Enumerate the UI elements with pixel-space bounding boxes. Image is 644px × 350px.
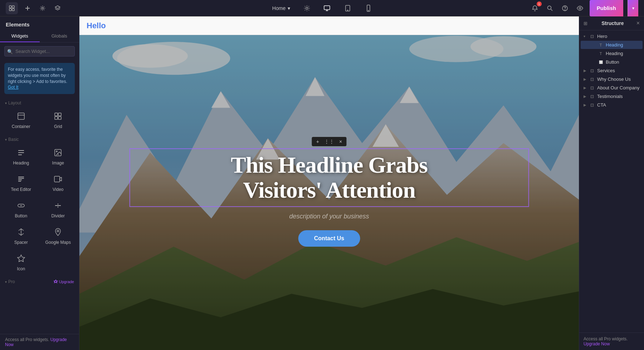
hint-text: For easy access, favorite the widgets yo… [8,67,67,84]
tree-label-cta: CTA [597,102,606,108]
left-panel: Elements Widgets Globals 🔍 For easy acce… [0,16,79,350]
right-panel-footer: Access all Pro widgets. Upgrade Now [579,332,644,350]
hero-caret: ▾ [584,34,587,38]
widget-google-maps-label: Google Maps [45,240,71,245]
topbar-right: 1 Publish ▾ [530,0,638,16]
about-caret: ▶ [584,86,587,90]
hint-link[interactable]: Got It [8,85,18,90]
panel-title: Elements [0,16,79,30]
canvas-content[interactable]: ‹ [79,35,579,350]
right-panel-header: ⊞ Structure × [579,16,644,30]
search-input[interactable] [4,46,75,56]
tree-item-heading2[interactable]: T Heading [581,49,643,58]
help-button[interactable] [560,3,570,14]
upgrade-button[interactable]: Upgrade [54,280,74,284]
settings-page-button[interactable] [302,3,312,14]
svg-rect-20 [55,113,58,116]
tree-item-services[interactable]: ▶ ⊡ Services [581,66,643,75]
toolbar-close-button[interactable]: × [337,138,344,145]
widget-heading-label: Heading [13,161,29,166]
basic-section-label: ▾ Basic [0,133,79,144]
svg-point-17 [579,7,581,9]
tree-label-button: Button [606,59,619,65]
testimonials-caret: ▶ [584,94,587,98]
tree-item-why-choose-us[interactable]: ▶ ⊡ Why Choose Us [581,75,643,83]
logo-button[interactable] [6,2,18,14]
why-caret: ▶ [584,77,587,81]
pro-label: Pro [8,279,15,284]
svg-line-14 [551,9,552,11]
svg-point-13 [547,6,551,9]
widget-button-label: Button [15,213,27,218]
layers-button[interactable] [52,3,63,14]
desktop-device-button[interactable] [321,2,333,14]
search-icon: 🔍 [7,49,13,54]
hero-content: + ⋮⋮ × This Headline Grabs Visitors' Att… [130,148,529,247]
widget-container[interactable]: Container [3,108,39,133]
hint-box: For easy access, favorite the widgets yo… [4,63,75,94]
toolbar-add-button[interactable]: + [314,138,321,145]
tree-item-cta[interactable]: ▶ ⊡ CTA [581,101,643,109]
topbar: Home ▾ 1 Publish [0,0,644,16]
testimonials-section-icon: ⊡ [589,94,595,99]
tree-item-about[interactable]: ▶ ⊡ About Our Company [581,84,643,92]
widget-divider[interactable]: Divider [40,197,77,223]
svg-point-16 [565,10,565,10]
svg-rect-23 [58,117,61,119]
search-button[interactable] [545,3,555,14]
widget-text-editor[interactable]: Text Editor [3,171,39,196]
svg-rect-22 [55,117,58,119]
tree-item-testimonials[interactable]: ▶ ⊡ Testimonials [581,92,643,100]
structure-panel-icon: ⊞ [584,21,587,26]
tablet-device-button[interactable] [342,2,354,14]
widget-spacer[interactable]: Spacer [3,223,39,249]
container-icon [17,112,25,123]
publish-dropdown-button[interactable]: ▾ [628,0,638,16]
settings-button[interactable] [37,3,48,14]
svg-rect-3 [12,9,14,11]
svg-point-12 [368,10,369,10]
publish-button[interactable]: Publish [590,0,623,16]
about-section-icon: ⊡ [589,85,595,90]
tree-label-testimonials: Testimonials [597,94,623,99]
toolbar-move-button[interactable]: ⋮⋮ [322,138,336,145]
widget-spacer-label: Spacer [14,240,28,245]
widget-image[interactable]: Image [40,144,77,170]
hero-cta-button[interactable]: Contact Us [298,230,360,247]
structure-tree: ▾ ⊡ Hero T Heading T Heading ⬜ Button [579,30,644,332]
widget-video[interactable]: Video [40,171,77,196]
notification-area: 1 [530,3,540,14]
right-panel-close-button[interactable]: × [636,20,640,26]
add-widget-button[interactable] [22,3,33,14]
widget-button[interactable]: Button [3,197,39,223]
canvas-area: Hello ‹ [79,16,579,350]
widget-google-maps[interactable]: Google Maps [40,223,77,249]
tree-label-heading2: Heading [606,51,623,56]
caret-icon: ▾ [5,101,7,105]
hero-subtext: description of your business [130,213,529,220]
widget-heading[interactable]: Heading [3,144,39,170]
hero-headline: This Headline Grabs Visitors' Attention [134,152,525,203]
footer-upgrade-link[interactable]: Upgrade Now [584,341,610,346]
svg-point-7 [306,7,308,9]
hero-headline-container[interactable]: This Headline Grabs Visitors' Attention [130,148,529,207]
mobile-device-button[interactable] [362,2,375,14]
hero-section-icon: ⊡ [589,34,595,39]
right-panel: ⊞ Structure × ▾ ⊡ Hero T Heading T Headi… [579,16,644,350]
preview-button[interactable] [575,3,585,14]
widget-grid[interactable]: Grid [40,108,77,133]
tree-item-button[interactable]: ⬜ Button [581,58,643,66]
tab-widgets[interactable]: Widgets [0,30,40,42]
basic-caret-icon: ▾ [5,138,7,142]
widget-icon[interactable]: Icon [3,250,39,276]
canvas-top-bar: Hello [79,16,579,35]
hero-headline-line1: This Headline Grabs [231,152,428,177]
pro-caret-icon: ▾ [5,280,7,284]
tree-item-heading1[interactable]: T Heading [581,41,643,49]
panel-tabs: Widgets Globals [0,30,79,43]
home-nav[interactable]: Home ▾ [269,4,293,13]
image-icon [54,148,62,159]
tab-globals[interactable]: Globals [40,30,79,42]
services-caret: ▶ [584,69,587,73]
tree-item-hero[interactable]: ▾ ⊡ Hero [581,32,643,40]
